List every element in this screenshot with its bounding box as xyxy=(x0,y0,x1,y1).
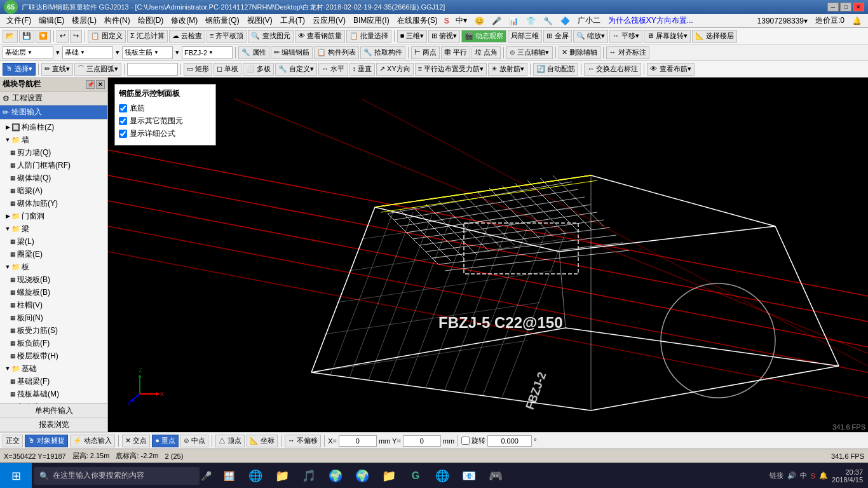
checkbox-bottom-rebar-input[interactable] xyxy=(119,104,127,112)
tree-item-doors[interactable]: ▶ 📁 门窗洞 xyxy=(1,210,106,222)
tb-dynamic-input[interactable]: ⚡ 动态输入 xyxy=(70,435,115,447)
tree-item-masonry-wall[interactable]: ▦ 砌体墙(Q) xyxy=(1,172,106,184)
tb-dynamic[interactable]: 🎬 动态观察 xyxy=(461,30,506,43)
tb-intersection[interactable]: ✕ 交点 xyxy=(122,435,150,447)
tb-line[interactable]: ✏ 直线▾ xyxy=(41,63,73,76)
taskbar-notification[interactable]: 🔔 xyxy=(819,471,828,480)
menu-file[interactable]: 文件(F) xyxy=(3,14,35,27)
tb-select[interactable]: 🖱 选择▾ xyxy=(3,63,36,76)
tb-zoom[interactable]: 🔍 缩放▾ xyxy=(573,30,608,43)
tb-arc[interactable]: ⌒ 三点圆弧▾ xyxy=(74,63,121,76)
menu-tools[interactable]: 工具(T) xyxy=(276,14,309,27)
tb-undo[interactable]: ↩ xyxy=(57,30,69,43)
tb-radial-rebar[interactable]: ☀ 放射筋▾ xyxy=(488,63,527,76)
single-component-btn[interactable]: 单构件输入 xyxy=(0,404,107,418)
nav-close-icon[interactable]: ✕ xyxy=(96,80,105,89)
tree-item-civil-defense-wall[interactable]: ▦ 人防门框墙(RF) xyxy=(1,159,106,172)
checkbox-detail-formula[interactable]: 显示详细公式 xyxy=(119,128,212,139)
tree-item-shear-wall[interactable]: ▦ 剪力墙(Q) xyxy=(1,146,106,159)
taskbar-app-7[interactable]: 📁 xyxy=(376,463,402,489)
draw-type-select[interactable] xyxy=(127,63,178,76)
minimize-button[interactable]: ─ xyxy=(827,3,839,11)
tb-vertical[interactable]: ↕ 垂直 xyxy=(349,63,376,76)
tree-item-cap[interactable]: ▦ 柱帽(V) xyxy=(1,299,106,311)
rotate-input[interactable] xyxy=(487,435,532,447)
menu-view[interactable]: 视图(V) xyxy=(243,14,276,27)
tb-dropdown-arr[interactable]: 🔽 xyxy=(36,30,51,43)
menu-diamond[interactable]: 🔷 xyxy=(557,15,574,27)
menu-assistant[interactable]: 广小二 xyxy=(574,14,604,27)
tb-single-slab[interactable]: ◻ 单板 xyxy=(214,63,241,76)
checkbox-other-elem[interactable]: 显示其它范围元 xyxy=(119,116,212,126)
tree-item-hidden-beam[interactable]: ▦ 暗梁(A) xyxy=(1,184,106,197)
menu-edit[interactable]: 编辑(E) xyxy=(35,14,68,27)
section-settings[interactable]: ⚙ 工程设置 xyxy=(0,92,107,105)
layer-select[interactable]: 基础层 ▼ xyxy=(3,46,53,59)
tb-open[interactable]: 📂 xyxy=(3,30,18,43)
tb-cloud-check[interactable]: ☁ 云检查 xyxy=(169,30,205,43)
tb-coord[interactable]: 📐 坐标 xyxy=(247,435,278,447)
tb-pan[interactable]: ↔ 平移▾ xyxy=(609,30,642,43)
taskbar-app-5[interactable]: 🌍 xyxy=(323,463,348,489)
tb-edit-rebar[interactable]: ✏ 编辑钢筋 xyxy=(271,46,313,59)
tb-define[interactable]: 📋 图定义 xyxy=(88,30,126,43)
tb-swap-lr[interactable]: ↔ 交换左右标注 xyxy=(584,63,641,76)
tb-xy-dir[interactable]: ↗ XY方向 xyxy=(376,63,414,76)
menu-component[interactable]: 构件(N) xyxy=(100,14,134,27)
tb-3d[interactable]: ■ 三维▾ xyxy=(397,30,428,43)
tree-item-floor-band[interactable]: ▦ 楼层板带(H) xyxy=(1,349,106,362)
taskbar-app-4[interactable]: 🎵 xyxy=(296,463,322,489)
mic-icon[interactable]: 🎤 xyxy=(201,471,211,481)
menu-lang[interactable]: 中▾ xyxy=(452,14,471,27)
tb-align-mark[interactable]: ↔ 对齐标注 xyxy=(606,46,649,59)
tree-item-cast-slab[interactable]: ▦ 现浇板(B) xyxy=(1,273,106,286)
tb-batch-select[interactable]: 📋 批量选择 xyxy=(346,30,391,43)
tree-item-raft[interactable]: ▦ 筏板基础(M) xyxy=(1,388,106,400)
tb-save[interactable]: 💾 xyxy=(19,30,34,43)
maximize-button[interactable]: □ xyxy=(840,3,851,11)
tree-item-beam[interactable]: ▦ 梁(L) xyxy=(1,235,106,248)
tb-auto-rebar[interactable]: 🔄 自动配筋 xyxy=(533,63,578,76)
tb-parallel[interactable]: 垂 平行 xyxy=(441,46,470,59)
tb-horizontal[interactable]: ↔ 水平 xyxy=(318,63,348,76)
menu-draw[interactable]: 绘图(D) xyxy=(134,14,168,27)
tb-select-floor[interactable]: 📐 选择楼层 xyxy=(692,30,737,43)
layer-type-select[interactable]: 基础 ▼ xyxy=(62,46,113,59)
taskbar-app-9[interactable]: 📧 xyxy=(456,463,482,489)
menu-chart[interactable]: 📊 xyxy=(505,15,522,27)
tree-item-wall[interactable]: ▼ 📁 墙 xyxy=(1,133,106,146)
taskbar-app-g[interactable]: G xyxy=(403,463,428,489)
canvas-area[interactable]: 钢筋显示控制面板 底筋 显示其它范围元 显示详细公式 xyxy=(108,78,868,432)
tb-view-rebar-dist[interactable]: 👁 查看布筋▾ xyxy=(647,63,694,76)
tree-item-masonry-rebar[interactable]: ▦ 砌体加筋(Y) xyxy=(1,197,106,210)
tree-item-neg-rebar[interactable]: ▦ 板负筋(F) xyxy=(1,337,106,349)
menu-coins[interactable]: 造价豆:0 xyxy=(811,14,848,27)
tb-object-snap[interactable]: 🖱 对象捕捉 xyxy=(25,435,68,447)
tree-item-pillar[interactable]: ▶ 🔲 构造柱(Z) xyxy=(1,121,106,133)
tb-component-list[interactable]: 📋 构件列表 xyxy=(314,46,359,59)
tb-screen-rotate[interactable]: 🖥 屏幕旋转▾ xyxy=(644,30,691,43)
report-view-btn[interactable]: 报表浏览 xyxy=(0,418,107,432)
tb-three-point-axis[interactable]: ⊙ 三点辅轴▾ xyxy=(506,46,552,59)
tb-vertex[interactable]: △ 顶点 xyxy=(215,435,245,447)
tb-two-point[interactable]: ⊢ 两点 xyxy=(411,46,440,59)
search-bar[interactable]: 🔍 在这里输入你要搜索的内容 xyxy=(34,467,200,485)
x-input[interactable] xyxy=(339,435,377,447)
menu-shirt[interactable]: 👕 xyxy=(522,15,539,27)
tree-item-slab-gap[interactable]: ▦ 板间(N) xyxy=(1,311,106,324)
tb-partial-3d[interactable]: 局部三维 xyxy=(508,30,542,43)
taskbar-antivirus[interactable]: S xyxy=(811,472,815,480)
tb-redo[interactable]: ↪ xyxy=(70,30,82,43)
tb-point-angle[interactable]: 垃 点角 xyxy=(471,46,501,59)
tree-item-beams[interactable]: ▼ 📁 梁 xyxy=(1,222,106,235)
tree-item-foundation[interactable]: ▼ 📁 基础 xyxy=(1,362,106,375)
tb-view-rebar[interactable]: 👁 查看钢筋量 xyxy=(295,30,345,43)
tb-topview[interactable]: ⊞ 俯视▾ xyxy=(428,30,460,43)
menu-mic[interactable]: 🎤 xyxy=(488,15,505,27)
taskbar-app-6[interactable]: 🌍 xyxy=(349,463,375,489)
tb-parallel-rebar[interactable]: ≡ 平行边布置受力筋▾ xyxy=(415,63,487,76)
tree-item-slab-rebar[interactable]: ▦ 板受力筋(S) xyxy=(1,324,106,337)
tb-ortho[interactable]: 正交 xyxy=(3,435,23,447)
nav-pin-icon[interactable]: 📌 xyxy=(86,80,95,89)
tb-find-elem[interactable]: 🔍 查找图元 xyxy=(248,30,293,43)
